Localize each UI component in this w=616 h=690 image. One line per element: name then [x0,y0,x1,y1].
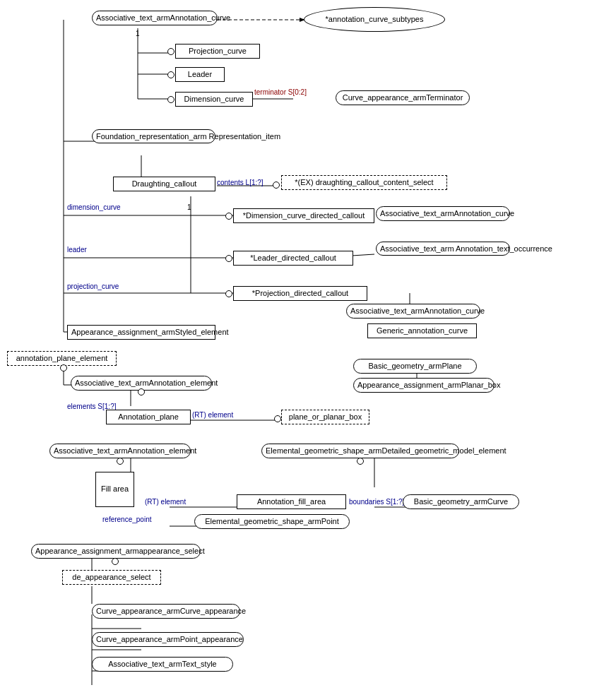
basic-geometry-plane: Basic_geometry_armPlane [353,359,477,374]
label-projection-curve: projection_curve [67,282,119,290]
leader: Leader [175,67,225,82]
label-one2: 1 [187,203,191,211]
label-boundaries: boundaries S[1:?] [349,498,404,506]
draughting-callout-content: *(EX) draughting_callout_content_select [281,175,447,190]
curve-appearance-point: Curve_appearance_armPoint_appearance [92,632,244,647]
annotation-curve-subtypes: *annotation_curve_subtypes [304,7,445,32]
circle-dim-directed [225,213,232,220]
elemental-geometric-shape: Elemental_geometric_shape_armDetailed_ge… [261,444,459,458]
assoc-text-annotation-curve-right: Associative_text_armAnnotation_curve [346,304,480,319]
foundation-rep: Foundation_representation_arm Representa… [92,129,215,143]
circle-projection [167,48,174,55]
label-dimension-curve: dimension_curve [67,203,121,211]
diagram-lines [0,0,616,690]
basic-geometry-curve: Basic_geometry_armCurve [403,494,519,509]
circle-fill-top [117,458,124,465]
appearance-planar-box: Appearance_assignment_armPlanar_box [353,378,494,393]
annotation-plane-element: annotation_plane_element [7,351,117,366]
de-appearance-select: de_appearance_select [62,570,161,585]
label-rt-element2: (RT) element [145,498,186,506]
label-rt-element: (RT) element [192,411,233,419]
diagram: Associative_text_armAnnotation_curve *an… [0,0,616,690]
appearance-styled: Appearance_assignment_armStyled_element [67,325,215,340]
annotation-fill-area: Annotation_fill_area [237,494,346,509]
generic-annotation-curve: Generic_annotation_curve [367,323,477,338]
dimension-curve: Dimension_curve [175,92,253,107]
assoc-text-annotation-curve-mid: Associative_text_armAnnotation_curve [376,206,510,221]
annotation-plane: Annotation_plane [106,410,191,424]
label-one1: 1 [136,30,140,37]
fill-area: Fill area [95,472,134,507]
projection-curve: Projection_curve [175,44,260,59]
label-reference-point: reference_point [102,516,152,523]
circle-dimension [167,96,174,103]
circle-plane-box [274,415,281,422]
label-terminator: terminator S[0:2] [254,88,307,96]
leader-directed: *Leader_directed_callout [233,251,353,266]
circle-app-select [112,558,119,565]
circle-contents [273,182,280,189]
draughting-callout: Draughting_callout [113,177,215,191]
curve-appearance-curve: Curve_appearance_armCurve_appearance [92,604,240,619]
assoc-text-annotation-occurrence: Associative_text_arm Annotation_text_occ… [376,242,510,256]
circle-elemental-top [357,458,364,465]
label-leader: leader [67,246,87,254]
curve-appearance-terminator: Curve_appearance_armTerminator [336,90,470,105]
assoc-text-annotation-element2: Associative_text_armAnnotation_element [49,444,191,458]
dimension-curve-directed: *Dimension_curve_directed_callout [233,208,374,223]
circle-ann-plane-elem [60,364,67,371]
plane-or-planar-box: plane_or_planar_box [281,410,369,424]
appearance-assignment-select: Appearance_assignment_armappearance_sele… [31,544,201,559]
circle-proj-directed [225,290,232,297]
circle-assoc-ann-elem [138,388,145,395]
circle-leader-directed [225,255,232,262]
label-contents: contents L[1:?] [217,179,263,186]
assoc-text-style: Associative_text_armText_style [92,657,233,672]
assoc-text-annotation-curve-top: Associative_text_armAnnotation_curve [92,11,218,25]
projection-directed: *Projection_directed_callout [233,286,367,301]
elemental-geometric-shape-point: Elemental_geometric_shape_armPoint [194,514,350,529]
circle-leader [167,71,174,78]
